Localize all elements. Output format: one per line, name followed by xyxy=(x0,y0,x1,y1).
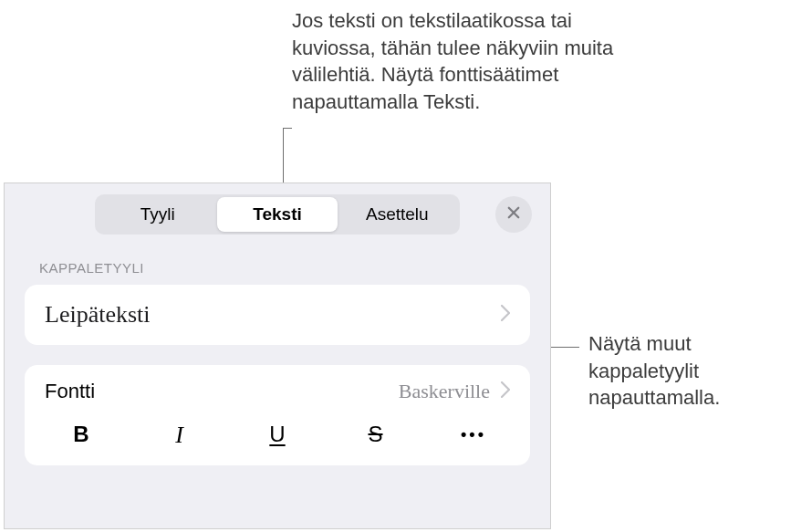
chevron-right-icon xyxy=(501,305,510,325)
paragraph-style-name: Leipäteksti xyxy=(45,301,151,329)
close-button[interactable] xyxy=(495,196,532,233)
paragraph-style-row[interactable]: Leipäteksti xyxy=(25,285,530,345)
format-panel: Tyyli Teksti Asettelu KAPPALETYYLI Leipä… xyxy=(4,183,551,529)
font-row[interactable]: Fontti Baskerville xyxy=(45,365,510,416)
tab-segment: Tyyli Teksti Asettelu xyxy=(95,194,460,235)
bold-button[interactable]: B xyxy=(54,422,109,449)
annotation-right: Näytä muut kappaletyylit napauttamalla. xyxy=(588,330,780,412)
underline-button[interactable]: U xyxy=(250,422,305,449)
font-card: Fontti Baskerville B I U S ••• xyxy=(25,365,530,465)
font-value: Baskerville xyxy=(399,380,490,403)
font-value-group: Baskerville xyxy=(399,380,510,403)
style-button-row: B I U S ••• xyxy=(45,416,510,465)
tab-style[interactable]: Tyyli xyxy=(98,197,217,232)
font-label: Fontti xyxy=(45,380,95,403)
more-options-button[interactable]: ••• xyxy=(446,422,501,449)
callout-line xyxy=(283,128,284,190)
paragraph-style-card[interactable]: Leipäteksti xyxy=(25,285,530,345)
tab-layout[interactable]: Asettelu xyxy=(338,197,457,232)
close-icon xyxy=(505,204,522,224)
section-title: KAPPALETYYLI xyxy=(5,244,550,285)
annotation-top: Jos teksti on tekstilaatikossa tai kuvio… xyxy=(292,7,639,116)
italic-button[interactable]: I xyxy=(152,422,207,449)
strikethrough-button[interactable]: S xyxy=(349,422,403,449)
chevron-right-icon xyxy=(501,381,510,402)
panel-header: Tyyli Teksti Asettelu xyxy=(5,183,550,244)
tab-text[interactable]: Teksti xyxy=(217,197,337,232)
callout-line xyxy=(283,128,292,129)
